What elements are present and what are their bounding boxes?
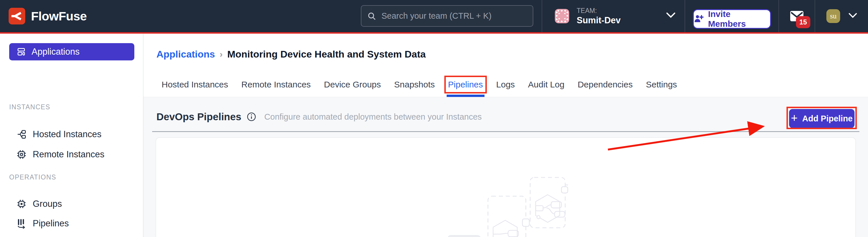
sidebar-item-groups[interactable]: Groups (9, 195, 138, 213)
user-avatar[interactable]: su (826, 9, 840, 23)
invite-members-label: Invite Members (708, 9, 770, 29)
brand[interactable]: FlowFuse (9, 0, 87, 32)
tab-audit-log[interactable]: Audit Log (528, 80, 565, 89)
tab-logs[interactable]: Logs (496, 80, 515, 89)
sidebar-item-label: Groups (33, 199, 62, 209)
tab-settings[interactable]: Settings (646, 80, 677, 89)
nav-divider (541, 0, 542, 32)
invite-user-plus-icon (694, 14, 704, 24)
top-navbar: FlowFuse TEAM: Sumit-Dev (0, 0, 868, 32)
nav-divider (815, 0, 815, 32)
pipelines-icon (17, 218, 26, 229)
sidebar-item-hosted-instances[interactable]: Hosted Instances (9, 125, 138, 143)
team-switcher[interactable]: TEAM: Sumit-Dev (555, 0, 621, 32)
tab-dependencies[interactable]: Dependencies (578, 80, 632, 89)
sidebar-item-pipelines[interactable]: Pipelines (9, 214, 138, 233)
team-chevron-down-icon[interactable] (666, 12, 676, 19)
sidebar-section-operations: OPERATIONS (9, 174, 56, 181)
application-tabs: Hosted Instances Remote Instances Device… (162, 74, 677, 96)
annotation-box-pipelines-tab (444, 76, 487, 94)
user-initials: su (830, 12, 836, 20)
applications-icon (17, 47, 26, 56)
team-search[interactable] (361, 5, 533, 27)
brand-name: FlowFuse (31, 9, 87, 23)
sidebar-section-instances: INSTANCES (9, 103, 50, 111)
groups-icon (17, 199, 26, 209)
tab-hosted-instances[interactable]: Hosted Instances (162, 80, 228, 89)
hosted-instances-icon (17, 129, 26, 139)
nav-divider (778, 0, 779, 32)
pipelines-empty-panel (156, 137, 856, 237)
search-icon (367, 11, 376, 21)
nav-divider (685, 0, 685, 32)
pipelines-header: DevOps Pipelines Configure automated dep… (156, 111, 482, 123)
team-avatar (555, 9, 569, 23)
tab-device-groups[interactable]: Device Groups (324, 80, 381, 89)
sidebar-item-remote-instances[interactable]: Remote Instances (9, 145, 138, 164)
breadcrumb: Applications › Monitoring Device Health … (156, 49, 426, 60)
sidebar-item-label: Pipelines (33, 218, 69, 229)
breadcrumb-applications-link[interactable]: Applications (156, 49, 215, 60)
pipelines-section: DevOps Pipelines Configure automated dep… (144, 97, 868, 237)
remote-instances-icon (17, 150, 26, 159)
notification-count-badge: 15 (796, 16, 810, 28)
main-header: Applications › Monitoring Device Health … (144, 34, 868, 97)
annotation-box-add-pipeline (786, 107, 857, 129)
invite-members-button[interactable]: Invite Members (693, 9, 771, 29)
info-icon[interactable] (247, 112, 256, 122)
team-name: Sumit-Dev (577, 15, 621, 26)
sidebar-item-applications[interactable]: Applications (9, 43, 134, 60)
tab-pipelines[interactable]: Pipelines (448, 80, 483, 89)
search-input[interactable] (381, 11, 527, 21)
breadcrumb-separator: › (220, 49, 223, 59)
section-title: DevOps Pipelines (156, 111, 241, 123)
active-tab-underline (446, 95, 485, 97)
tab-snapshots[interactable]: Snapshots (394, 80, 435, 89)
section-subtitle: Configure automated deployments between … (265, 112, 482, 122)
page-title: Monitoring Device Health and System Data (227, 49, 426, 60)
sidebar-item-label: Hosted Instances (33, 129, 102, 139)
tab-remote-instances[interactable]: Remote Instances (241, 80, 311, 89)
team-label: TEAM: (577, 7, 621, 15)
flowfuse-logo-icon (9, 8, 25, 24)
sidebar-item-label: Remote Instances (33, 149, 104, 160)
section-divider (152, 131, 859, 132)
sidebar: Applications INSTANCES Hosted Instances … (0, 34, 144, 237)
user-menu-chevron-down-icon[interactable] (848, 12, 857, 19)
sidebar-item-label: Applications (32, 47, 80, 57)
pipelines-empty-illustration (443, 175, 604, 237)
notifications-button[interactable]: 15 (790, 11, 813, 29)
sidebar-item-bill-of-materials[interactable]: Bill Of Materials (9, 235, 138, 237)
